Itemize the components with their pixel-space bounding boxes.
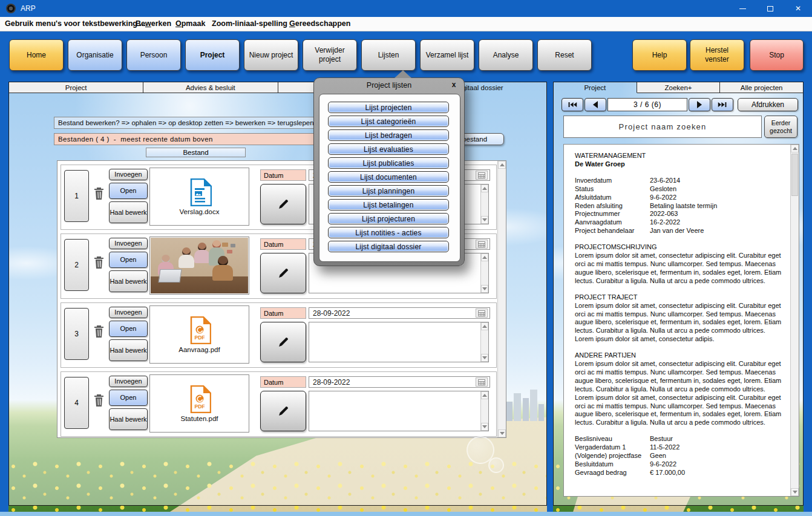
lijst-documenten-button[interactable]: Lijst documenten (328, 171, 449, 183)
scroll-thumb[interactable] (791, 154, 798, 196)
toolbar-stop-button[interactable]: Stop (750, 39, 804, 71)
calendar-icon[interactable] (476, 377, 488, 387)
lijst-planningen-button[interactable]: Lijst planningen (328, 185, 449, 197)
file-thumbnail[interactable]: Verslag.docx (149, 168, 249, 226)
first-record-button[interactable] (562, 98, 583, 111)
toolbar-home-button[interactable]: Home (9, 39, 64, 71)
scroll-down-icon[interactable] (481, 216, 488, 224)
toolbar-nieuw-project-button[interactable]: Nieuw project (244, 39, 298, 71)
popup-close-icon[interactable]: x (450, 80, 458, 89)
maximize-button[interactable] (756, 0, 784, 17)
row-number-button[interactable]: 1 (64, 170, 89, 222)
lijst-projecturen-button[interactable]: Lijst projecturen (328, 213, 449, 224)
calendar-icon[interactable] (476, 171, 488, 180)
lijst-categorieen-button[interactable]: Lijst categorieën (328, 116, 449, 127)
scroll-down-icon[interactable] (481, 354, 488, 362)
scroll-down-icon[interactable] (791, 488, 799, 496)
menu-item-opmaak[interactable]: Opmaak (175, 19, 205, 28)
date-input[interactable] (309, 376, 490, 388)
scroll-up-icon[interactable] (481, 391, 488, 399)
toolbar-project-button[interactable]: Project (185, 39, 240, 71)
close-button[interactable]: ✕ (784, 0, 812, 17)
tab-advies-besluit[interactable]: Advies & besluit (143, 82, 278, 93)
date-input[interactable] (309, 307, 490, 319)
invoegen-button[interactable]: Invoegen (109, 376, 148, 387)
detail-scrollbar[interactable] (790, 145, 799, 496)
previous-record-button[interactable] (584, 98, 606, 111)
note-scrollbar[interactable] (480, 185, 488, 224)
toolbar-lijsten-button[interactable]: Lijsten (361, 39, 416, 71)
scroll-up-icon[interactable] (481, 322, 488, 330)
lijst-projecten-button[interactable]: Lijst projecten (328, 102, 449, 113)
edit-note-button[interactable] (260, 322, 306, 362)
toolbar-herstel-venster-button[interactable]: Herstel venster (690, 39, 744, 71)
toolbar-persoon-button[interactable]: Persoon (126, 39, 181, 71)
scroll-up-icon[interactable] (498, 161, 506, 169)
toolbar-help-button[interactable]: Help (632, 39, 687, 71)
file-list-scrollbar[interactable] (497, 161, 506, 437)
file-thumbnail[interactable]: PDF Aanvraag.pdf (149, 305, 249, 364)
tab-zoeken[interactable]: Zoeken+ (637, 82, 721, 93)
open-button[interactable]: Open (109, 252, 148, 268)
lijst-notities-acties-button[interactable]: Lijst notities - acties (328, 227, 449, 238)
scroll-down-icon[interactable] (481, 423, 488, 431)
earlier-searched-button[interactable]: Eerder gezocht (764, 116, 797, 138)
note-textarea[interactable] (309, 391, 489, 431)
last-record-button[interactable] (712, 98, 733, 111)
scroll-up-icon[interactable] (481, 253, 488, 261)
calendar-icon[interactable] (476, 240, 488, 249)
file-thumbnail[interactable]: PDF Statuten.pdf (149, 374, 249, 433)
open-button[interactable]: Open (109, 390, 148, 406)
scroll-up-icon[interactable] (481, 185, 488, 192)
toolbar-verzamel-lijst-button[interactable]: Verzamel lijst (420, 39, 474, 71)
note-scrollbar[interactable] (480, 322, 488, 362)
open-button[interactable]: Open (109, 183, 148, 199)
note-scrollbar[interactable] (480, 253, 488, 293)
toolbar-reset-button[interactable]: Reset (537, 39, 592, 71)
calendar-icon[interactable] (476, 309, 488, 318)
lijst-publicaties-button[interactable]: Lijst publicaties (328, 157, 449, 169)
row-number-button[interactable]: 3 (64, 308, 89, 360)
row-number-button[interactable]: 2 (64, 239, 89, 291)
row-number-button[interactable]: 4 (64, 377, 89, 429)
trash-icon[interactable] (94, 187, 104, 200)
trash-icon[interactable] (94, 325, 104, 338)
edit-note-button[interactable] (260, 391, 306, 431)
tab-project-detail[interactable]: Project (554, 82, 637, 93)
trash-icon[interactable] (94, 256, 104, 269)
invoegen-button[interactable]: Invoegen (109, 307, 148, 318)
menu-item-gereedschappen[interactable]: Gereedschappen (289, 19, 350, 28)
invoegen-button[interactable]: Invoegen (109, 169, 148, 180)
file-thumbnail[interactable] (149, 237, 249, 295)
scroll-down-icon[interactable] (498, 429, 506, 437)
lijst-betalingen-button[interactable]: Lijst betalingen (328, 199, 449, 211)
next-record-button[interactable] (689, 98, 710, 111)
invoegen-button[interactable]: Invoegen (109, 238, 148, 249)
lijst-evaluaties-button[interactable]: Lijst evaluaties (328, 143, 449, 155)
toolbar-organisatie-button[interactable]: Organisatie (68, 39, 122, 71)
edit-note-button[interactable] (260, 184, 306, 224)
project-search-input[interactable] (563, 116, 762, 138)
note-textarea[interactable] (309, 322, 489, 362)
tab-project[interactable]: Project (9, 82, 143, 93)
haal-bewerk-button[interactable]: Haal bewerk (109, 270, 148, 292)
toolbar-verwijder-project-button[interactable]: Verwijder project (303, 39, 357, 71)
edit-note-button[interactable] (260, 253, 306, 293)
menu-item-tekstbewerking[interactable]: Gebruik menu's voor tekstbewerking ... (5, 19, 146, 28)
menu-item-zoom-liniaal-spelling[interactable]: Zoom-liniaal-spelling (212, 19, 287, 28)
haal-bewerk-button[interactable]: Haal bewerk (109, 408, 148, 430)
print-button[interactable]: Afdrukken (738, 98, 798, 111)
note-scrollbar[interactable] (480, 391, 488, 431)
menu-item-bewerken[interactable]: Bewerken (136, 19, 171, 28)
haal-bewerk-button[interactable]: Haal bewerk (109, 339, 148, 361)
tab-alle-projecten[interactable]: Alle projecten (720, 82, 803, 93)
lijst-bedragen-button[interactable]: Lijst bedragen (328, 129, 449, 141)
minimize-button[interactable] (729, 0, 756, 17)
scroll-down-icon[interactable] (481, 285, 488, 293)
trash-icon[interactable] (94, 394, 104, 407)
haal-bewerk-button[interactable]: Haal bewerk (109, 201, 148, 223)
open-button[interactable]: Open (109, 321, 148, 337)
toolbar-analyse-button[interactable]: Analyse (479, 39, 533, 71)
lijst-digitaal-dossier-button[interactable]: Lijst digitaal dossier (328, 241, 449, 252)
scroll-up-icon[interactable] (791, 145, 799, 152)
